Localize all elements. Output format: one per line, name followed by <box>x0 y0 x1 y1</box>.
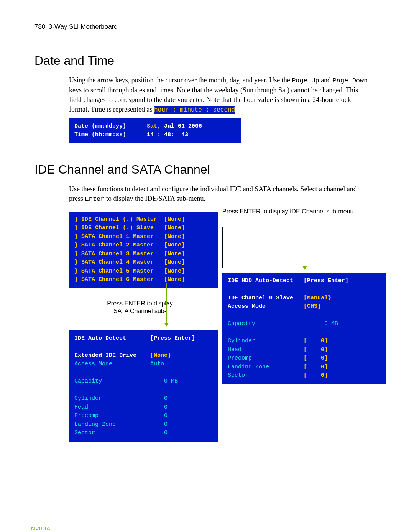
val: [ 0] <box>304 372 328 379</box>
val: [ 0] <box>304 364 328 370</box>
val-date-prefix: Sat, <box>147 123 161 130</box>
val-date: Jul 01 2006 <box>161 123 202 130</box>
label-press-ide: Press ENTER to display IDE Channel sub-m… <box>222 208 353 216</box>
arrowhead-icon <box>302 266 307 270</box>
ide-submenu-box: IDE HDD Auto-Detect [Press Enter] IDE Ch… <box>222 273 386 384</box>
connector-line <box>208 222 220 222</box>
val-time: 14 : 48: 43 <box>147 131 188 138</box>
val: [None} <box>150 352 171 359</box>
val: [Manual} <box>304 295 331 301</box>
arrow-line <box>305 242 305 268</box>
val: [ 0] <box>304 346 328 353</box>
val: [Press Enter] <box>150 335 195 342</box>
line: } SATA Channel 6 Master [None] <box>74 276 185 283</box>
field: Extended IDE Drive <box>74 352 136 359</box>
val: [CHS] <box>304 303 321 310</box>
field: Capacity <box>228 320 255 327</box>
time-format-highlight: hour : minute : second <box>154 106 235 114</box>
val: [ 0] <box>304 355 328 361</box>
field: IDE Auto-Detect <box>74 335 126 342</box>
val: Auto <box>150 361 164 367</box>
val: 0 MB <box>314 320 338 327</box>
page-header: 780i 3-Way SLI Motherboard <box>34 23 372 31</box>
field: Access Mode <box>228 303 266 310</box>
field: Head <box>74 404 88 410</box>
diagram-area: } IDE Channel (.) Master [None] } IDE Ch… <box>69 208 372 453</box>
channel-list-box: } IDE Channel (.) Master [None] } IDE Ch… <box>69 212 218 288</box>
field: Cylinder <box>74 395 102 402</box>
mono-pagedown: Page Down <box>333 77 368 84</box>
field: Access Mode <box>74 361 112 367</box>
corp-name: NVIDIA Corporation <box>31 525 61 532</box>
field: Landing Zone <box>74 421 116 428</box>
arrowhead-icon <box>164 323 169 327</box>
field: Sector <box>74 430 95 436</box>
label-time: Time (hh:mm:ss) <box>74 131 126 138</box>
line: } SATA Channel 3 Master [None] <box>74 251 185 257</box>
text: Using the arrow keys, position the curso… <box>69 76 292 84</box>
label-date: Date (mm:dd:yy) <box>74 123 126 130</box>
line: } SATA Channel 1 Master [None] <box>74 233 185 240</box>
heading-ide-sata: IDE Channel and SATA Channel <box>34 163 372 177</box>
mono-enter: Enter <box>85 195 105 203</box>
field: Head <box>228 346 242 353</box>
field: Precomp <box>228 355 252 361</box>
mono-pageup: Page Up <box>292 77 319 84</box>
val: 0 <box>157 404 168 410</box>
field: Landing Zone <box>228 364 269 370</box>
line: } IDE Channel (.) Master [None] <box>74 216 185 223</box>
field: Precomp <box>74 412 99 419</box>
footer-bar <box>26 521 26 532</box>
field: IDE Channel 0 Slave <box>228 295 293 301</box>
val: 0 <box>157 395 168 402</box>
val: 0 <box>157 421 168 428</box>
line: } SATA Channel 5 Master [None] <box>74 268 185 274</box>
datetime-bios-box: Date (mm:dd:yy) Sat, Jul 01 2006 Time (h… <box>69 118 241 143</box>
ide-sata-paragraph: Use these functions to detect and config… <box>69 184 372 204</box>
datetime-paragraph: Using the arrow keys, position the curso… <box>69 76 372 115</box>
connector-line <box>220 222 220 256</box>
val: 0 <box>157 412 168 419</box>
field: IDE HDD Auto-Detect <box>228 277 293 284</box>
field: Capacity <box>74 378 102 384</box>
val: [ 0] <box>304 338 328 344</box>
text: to display the IDE/SATA sub-menu. <box>105 195 206 202</box>
line: } SATA Channel 2 Master [None] <box>74 242 185 248</box>
val: 0 <box>157 430 168 436</box>
field: Cylinder <box>228 338 255 344</box>
text: and <box>319 76 333 84</box>
label-press-sata: Press ENTER to display SATA Channel sub- <box>102 300 178 316</box>
sata-submenu-box: IDE Auto-Detect [Press Enter] Extended I… <box>69 330 218 442</box>
val: 0 MB <box>157 378 178 384</box>
val: [Press Enter] <box>304 277 348 284</box>
callout-box <box>222 227 307 268</box>
line: } SATA Channel 4 Master [None] <box>74 259 185 266</box>
line: } IDE Channel (.) Slave [None] <box>74 225 185 231</box>
heading-date-time: Date and Time <box>34 54 372 68</box>
field: Sector <box>228 372 248 379</box>
